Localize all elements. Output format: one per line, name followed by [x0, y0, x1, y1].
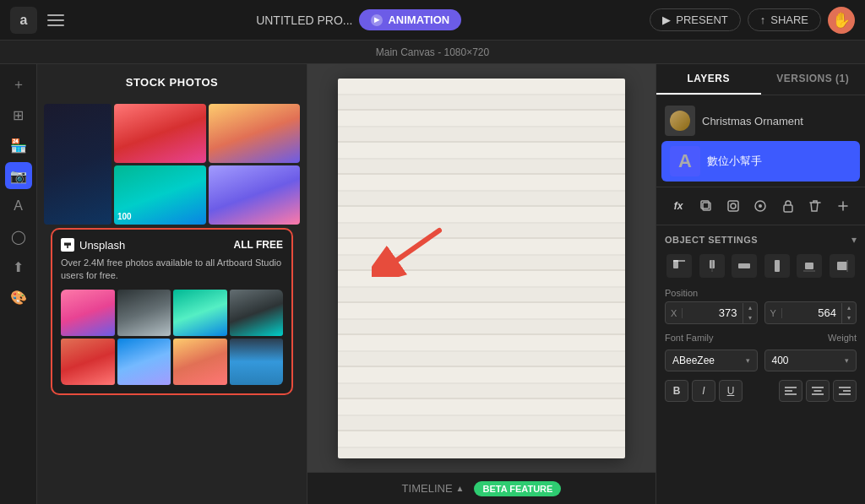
mask-tool[interactable]	[748, 194, 772, 218]
project-title: UNTITLED PRO...	[256, 14, 352, 27]
more-tool[interactable]	[831, 194, 855, 218]
font-weight-value: 400	[772, 355, 842, 366]
arrow-indicator	[372, 218, 448, 280]
svg-rect-18	[803, 270, 815, 272]
photo-thumb-5[interactable]	[209, 165, 301, 225]
sidebar-icon-upload[interactable]: ⬆	[5, 253, 32, 280]
sidebar-icon-grid[interactable]: ⊞	[5, 101, 32, 128]
unsplash-thumb-2[interactable]	[117, 290, 171, 336]
unsplash-promo-box[interactable]: Unsplash ALL FREE Over 2.4M free photos …	[51, 228, 293, 395]
font-family-arrow-icon: ▾	[746, 356, 750, 365]
present-button[interactable]: ▶ PRESENT	[650, 8, 740, 31]
svg-rect-14	[711, 260, 713, 272]
user-avatar[interactable]: ✋	[828, 7, 855, 34]
sidebar-icon-add[interactable]: ＋	[5, 71, 32, 98]
align-top-left[interactable]	[666, 254, 692, 278]
x-stepper[interactable]: ▴ ▾	[743, 303, 757, 323]
y-input[interactable]	[782, 302, 841, 323]
align-bottom[interactable]	[797, 254, 822, 278]
right-panel: LAYERS VERSIONS (1) Christmas Ornament A…	[656, 64, 865, 504]
font-family-label: Font Family	[665, 333, 713, 343]
unsplash-icon	[61, 238, 74, 252]
font-weight-select[interactable]: 400 ▾	[764, 350, 857, 371]
y-input-wrap: Y ▴ ▾	[764, 301, 857, 324]
all-free-badge: ALL FREE	[234, 239, 283, 251]
svg-point-7	[759, 204, 762, 208]
main-content: ＋ ⊞ 🏪 📷 A ◯ ⬆ 🎨 STOCK PHOTOS 100	[0, 64, 865, 504]
layer-thumb-ornament	[665, 106, 695, 136]
hamburger-menu[interactable]	[44, 8, 68, 32]
align-left-button[interactable]	[779, 380, 802, 402]
share-button[interactable]: ↑ SHARE	[748, 8, 821, 31]
align-top-center[interactable]	[699, 254, 725, 278]
settings-collapse-icon[interactable]: ▾	[851, 234, 857, 246]
stock-photos-panel: STOCK PHOTOS 100	[37, 64, 307, 504]
alignment-row	[665, 254, 857, 278]
timeline-chevron-icon: ▲	[456, 484, 465, 493]
unsplash-thumb-7[interactable]	[173, 339, 227, 385]
beta-feature-badge: BETA FEATURE	[474, 481, 561, 496]
sidebar-icon-photos[interactable]: 📷	[5, 162, 32, 189]
position-fields: X ▴ ▾ Y ▴ ▾	[665, 301, 857, 324]
delete-tool[interactable]	[803, 194, 827, 218]
font-family-value: ABeeZee	[672, 355, 743, 366]
font-fields: ABeeZee ▾ 400 ▾	[665, 350, 857, 371]
y-up-icon[interactable]: ▴	[842, 303, 856, 313]
unsplash-thumb-8[interactable]	[230, 339, 284, 385]
project-title-area: UNTITLED PRO...	[256, 14, 352, 27]
unsplash-thumb-3[interactable]	[173, 290, 227, 336]
unsplash-header: Unsplash ALL FREE	[61, 238, 283, 252]
align-center-button[interactable]	[806, 380, 830, 402]
x-input[interactable]	[683, 302, 742, 323]
svg-rect-12	[673, 260, 685, 262]
layer-item-ornament[interactable]: Christmas Ornament	[656, 100, 865, 141]
canvas-wrapper[interactable]	[307, 64, 656, 472]
photo-thumb-2[interactable]	[114, 104, 206, 163]
tab-layers[interactable]: LAYERS	[656, 64, 761, 95]
align-right[interactable]	[830, 254, 855, 278]
object-settings-title: OBJECT SETTINGS	[665, 235, 758, 245]
timeline-bar: TIMELINE ▲ BETA FEATURE	[307, 472, 656, 504]
align-right-button[interactable]	[833, 380, 857, 402]
layer-item-text[interactable]: A 數位小幫手	[661, 141, 860, 182]
canvas-area: TIMELINE ▲ BETA FEATURE	[307, 64, 656, 504]
fx-tool[interactable]: fx	[666, 194, 690, 218]
subtitle-bar: Main Canvas - 1080×720	[0, 41, 865, 64]
unsplash-thumb-1[interactable]	[61, 290, 115, 336]
align-center-vertical[interactable]	[764, 254, 790, 278]
timeline-text: TIMELINE	[402, 482, 453, 495]
topbar: a UNTITLED PRO... ▶ ANIMATION ▶ PRESENT …	[0, 0, 865, 41]
sidebar-icon-text[interactable]: A	[5, 192, 32, 219]
x-down-icon[interactable]: ▾	[743, 313, 757, 323]
bold-button[interactable]: B	[665, 380, 688, 402]
unsplash-thumb-6[interactable]	[117, 339, 171, 385]
svg-rect-17	[805, 263, 813, 269]
align-middle-horizontal[interactable]	[732, 254, 757, 278]
photo-thumb-1[interactable]	[44, 104, 112, 225]
y-down-icon[interactable]: ▾	[842, 313, 856, 323]
tab-versions[interactable]: VERSIONS (1)	[761, 64, 866, 95]
position-label: Position	[665, 288, 857, 298]
font-family-select[interactable]: ABeeZee ▾	[665, 350, 758, 371]
unsplash-thumb-5[interactable]	[61, 339, 115, 385]
text-format-row: B I U	[665, 380, 857, 402]
sidebar-icon-shapes[interactable]: ◯	[5, 223, 32, 250]
unsplash-brand: Unsplash	[61, 238, 125, 252]
animation-button[interactable]: ▶ ANIMATION	[359, 9, 461, 30]
x-up-icon[interactable]: ▴	[743, 303, 757, 313]
duplicate-tool[interactable]	[694, 194, 718, 218]
sidebar-icon-brand[interactable]: 🎨	[5, 284, 32, 311]
unsplash-thumb-4[interactable]	[230, 290, 284, 336]
sidebar-icon-shop[interactable]: 🏪	[5, 132, 32, 159]
y-stepper[interactable]: ▴ ▾	[841, 303, 856, 323]
copy-style-tool[interactable]	[721, 194, 745, 218]
lock-tool[interactable]	[776, 194, 800, 218]
unsplash-description: Over 2.4M free photos available to all A…	[61, 257, 283, 283]
stock-photos-title: STOCK PHOTOS	[37, 64, 307, 97]
app-logo[interactable]: a	[10, 7, 37, 34]
italic-button[interactable]: I	[692, 380, 715, 402]
underline-button[interactable]: U	[719, 380, 743, 402]
layer-tools: fx	[656, 187, 865, 225]
photo-thumb-4[interactable]: 100	[114, 165, 206, 225]
photo-thumb-3[interactable]	[209, 104, 301, 163]
